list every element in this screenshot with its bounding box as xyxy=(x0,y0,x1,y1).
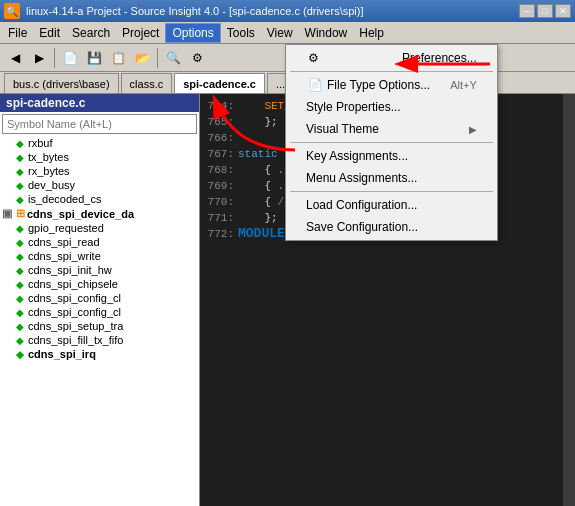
filetype-icon: 📄 xyxy=(308,78,323,92)
dropdown-theme[interactable]: Visual Theme ▶ xyxy=(286,118,497,140)
symbol-list: ◆ rxbuf ◆ tx_bytes ◆ rx_bytes ◆ dev_busy… xyxy=(0,136,199,506)
list-item[interactable]: ◆ tx_bytes xyxy=(0,150,199,164)
toolbar-forward[interactable]: ▶ xyxy=(28,47,50,69)
func-icon: ◆ xyxy=(16,237,24,248)
dropdown-preferences[interactable]: ⚙ Preferences... xyxy=(286,47,497,69)
menu-tools[interactable]: Tools xyxy=(221,23,261,43)
func-icon: ◆ xyxy=(16,279,24,290)
func-icon: ◆ xyxy=(16,293,24,304)
list-item[interactable]: ◆ gpio_requested xyxy=(0,221,199,235)
toolbar-copy[interactable]: 📋 xyxy=(107,47,129,69)
func-icon: ◆ xyxy=(16,251,24,262)
menu-project[interactable]: Project xyxy=(116,23,165,43)
list-item[interactable]: ◆ cdns_spi_setup_tra xyxy=(0,319,199,333)
menu-view[interactable]: View xyxy=(261,23,299,43)
toolbar-sep-2 xyxy=(157,48,158,68)
toolbar-new[interactable]: 📄 xyxy=(59,47,81,69)
close-button[interactable]: ✕ xyxy=(555,4,571,18)
func-icon: ◆ xyxy=(16,307,24,318)
tab-spi[interactable]: spi-cadence.c xyxy=(174,73,265,93)
title-text: linux-4.14-a Project - Source Insight 4.… xyxy=(26,5,513,17)
separator-3 xyxy=(290,191,493,192)
list-item-selected[interactable]: ◆ cdns_spi_irq xyxy=(0,347,199,361)
minimize-button[interactable]: ─ xyxy=(519,4,535,18)
app-icon: 🔍 xyxy=(4,3,20,19)
separator-1 xyxy=(290,71,493,72)
field-icon: ◆ xyxy=(16,152,24,163)
list-item[interactable]: ◆ cdns_spi_write xyxy=(0,249,199,263)
tab-class[interactable]: class.c xyxy=(121,73,173,93)
dropdown-style[interactable]: Style Properties... xyxy=(286,96,497,118)
menu-file[interactable]: File xyxy=(2,23,33,43)
func-icon: ◆ xyxy=(16,349,24,360)
struct-icon: ⊞ xyxy=(16,207,25,220)
panel-title: spi-cadence.c xyxy=(0,94,199,112)
func-icon: ◆ xyxy=(16,265,24,276)
field-icon: ◆ xyxy=(16,138,24,149)
menu-help[interactable]: Help xyxy=(353,23,390,43)
list-item[interactable]: ◆ cdns_spi_read xyxy=(0,235,199,249)
toolbar-settings[interactable]: ⚙ xyxy=(186,47,208,69)
submenu-arrow: ▶ xyxy=(469,124,477,135)
options-dropdown: ⚙ Preferences... 📄 File Type Options... … xyxy=(285,44,498,241)
dropdown-keys[interactable]: Key Assignments... xyxy=(286,145,497,167)
field-icon: ◆ xyxy=(16,180,24,191)
list-item-group[interactable]: ▣ ⊞ cdns_spi_device_da xyxy=(0,206,199,221)
func-icon: ◆ xyxy=(16,335,24,346)
list-item[interactable]: ◆ rxbuf xyxy=(0,136,199,150)
menu-window[interactable]: Window xyxy=(299,23,354,43)
menu-options[interactable]: Options xyxy=(165,23,220,43)
toolbar-save[interactable]: 💾 xyxy=(83,47,105,69)
field-icon: ◆ xyxy=(16,223,24,234)
toolbar-back[interactable]: ◀ xyxy=(4,47,26,69)
list-item[interactable]: ◆ cdns_spi_init_hw xyxy=(0,263,199,277)
field-icon: ◆ xyxy=(16,194,24,205)
menu-bar: File Edit Search Project Options Tools V… xyxy=(0,22,575,44)
toolbar-search[interactable]: 🔍 xyxy=(162,47,184,69)
dropdown-file-type[interactable]: 📄 File Type Options... Alt+Y xyxy=(286,74,497,96)
list-item[interactable]: ◆ cdns_spi_chipsele xyxy=(0,277,199,291)
toolbar-sep-1 xyxy=(54,48,55,68)
list-item[interactable]: ◆ is_decoded_cs xyxy=(0,192,199,206)
list-item[interactable]: ◆ cdns_spi_config_cl xyxy=(0,291,199,305)
field-icon: ◆ xyxy=(16,166,24,177)
dropdown-save-config[interactable]: Save Configuration... xyxy=(286,216,497,238)
menu-search[interactable]: Search xyxy=(66,23,116,43)
dropdown-load-config[interactable]: Load Configuration... xyxy=(286,194,497,216)
menu-edit[interactable]: Edit xyxy=(33,23,66,43)
scrollbar[interactable] xyxy=(563,94,575,506)
list-item[interactable]: ◆ dev_busy xyxy=(0,178,199,192)
dropdown-menus[interactable]: Menu Assignments... xyxy=(286,167,497,189)
func-icon: ◆ xyxy=(16,321,24,332)
tab-bus[interactable]: bus.c (drivers\base) xyxy=(4,73,119,93)
maximize-button[interactable]: □ xyxy=(537,4,553,18)
window-controls[interactable]: ─ □ ✕ xyxy=(519,4,571,18)
separator-2 xyxy=(290,142,493,143)
expand-icon: ▣ xyxy=(2,207,12,220)
preferences-icon: ⚙ xyxy=(308,51,319,65)
symbol-search[interactable] xyxy=(2,114,197,134)
title-bar: 🔍 linux-4.14-a Project - Source Insight … xyxy=(0,0,575,22)
left-panel: spi-cadence.c ◆ rxbuf ◆ tx_bytes ◆ rx_by… xyxy=(0,94,200,506)
list-item[interactable]: ◆ cdns_spi_config_cl xyxy=(0,305,199,319)
toolbar-open[interactable]: 📂 xyxy=(131,47,153,69)
list-item[interactable]: ◆ cdns_spi_fill_tx_fifo xyxy=(0,333,199,347)
list-item[interactable]: ◆ rx_bytes xyxy=(0,164,199,178)
